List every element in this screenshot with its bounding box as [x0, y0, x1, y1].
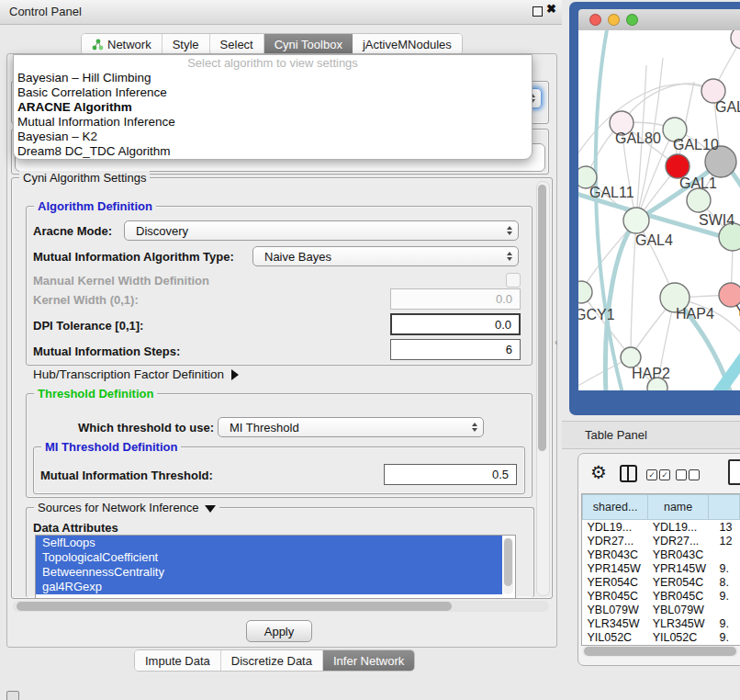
table-panel: ⚙ ✓ ✓ shared...nameYDL19...YDL19...13YDR… — [577, 453, 740, 666]
columns-icon[interactable] — [620, 465, 637, 482]
attribute-list-item[interactable]: BetweennessCentrality — [36, 565, 502, 580]
table-cell: YPR145W — [583, 561, 648, 575]
network-node-hap2[interactable] — [621, 347, 641, 367]
node-table: shared...nameYDL19...YDL19...13YDR27...Y… — [581, 493, 740, 646]
settings-vertical-scrollbar[interactable] — [536, 181, 550, 596]
expand-right-icon — [231, 369, 239, 380]
tab-network[interactable]: Network — [82, 34, 163, 54]
table-cell: YDL19... — [583, 520, 648, 535]
dpi-tolerance-field[interactable]: 0.0 — [390, 313, 521, 335]
aracne-mode-value: Discovery — [136, 224, 188, 238]
sources-title[interactable]: Sources for Network Inference — [34, 501, 219, 514]
network-window-titlebar[interactable] — [578, 9, 740, 31]
cytopanel-mini-icon[interactable] — [6, 691, 19, 700]
table-cell: 12 — [709, 534, 740, 548]
table-row[interactable]: YIL052CYIL052C9. — [583, 630, 740, 642]
list-scrollbar[interactable] — [503, 537, 513, 594]
tab-label: Infer Network — [333, 654, 404, 668]
mi-type-value: Naive Bayes — [264, 250, 331, 264]
node-label: GCY1 — [578, 307, 615, 322]
document-icon[interactable] — [728, 459, 740, 485]
unchecked-checkbox-icon[interactable] — [689, 469, 700, 480]
node-label: GAL1 — [679, 175, 717, 191]
column-header[interactable]: shared... — [583, 495, 648, 520]
table-row[interactable]: YBR045CYBR045C9. — [583, 589, 740, 603]
tab-label: Select — [220, 38, 253, 51]
table-cell — [709, 548, 740, 561]
table-cell: YIL052C — [583, 630, 648, 642]
attribute-list-item[interactable]: SelfLoops — [36, 536, 502, 550]
tab-impute-data[interactable]: Impute Data — [135, 650, 221, 671]
network-node[interactable] — [731, 30, 740, 49]
gear-icon[interactable]: ⚙ — [590, 461, 607, 483]
mi-threshold-field[interactable]: 0.5 — [384, 464, 517, 485]
manual-kernel-label: Manual Kernel Width Definition — [33, 274, 209, 288]
column-header[interactable]: name — [648, 495, 709, 520]
unchecked-checkbox-icon[interactable] — [676, 469, 687, 480]
close-traffic-light[interactable] — [589, 14, 601, 26]
data-attributes-list[interactable]: SelfLoopsTopologicalCoefficientBetweenne… — [35, 535, 516, 599]
which-threshold-label: Which threshold to use: — [78, 421, 214, 435]
zoom-traffic-light[interactable] — [626, 14, 638, 26]
close-icon[interactable]: ✖ — [546, 2, 556, 16]
attribute-list-item[interactable]: gal4RGexp — [36, 580, 502, 594]
dropdown-item[interactable]: Dream8 DC_TDC Algorithm — [14, 144, 532, 159]
table-cell: YER054C — [648, 575, 709, 589]
mi-threshold-title: MI Threshold Definition — [41, 440, 181, 454]
table-cell: YDL19... — [648, 520, 709, 535]
table-row[interactable]: YER054CYER054C8. — [583, 575, 740, 589]
aracne-mode-label: Aracne Mode: — [33, 224, 112, 238]
table-row[interactable]: YDL19...YDL19...13 — [583, 520, 740, 535]
dropdown-item[interactable]: Basic Correlation Inference — [14, 85, 532, 100]
table-row[interactable]: YBR043CYBR043C — [583, 548, 740, 561]
aracne-mode-combo[interactable]: Discovery — [124, 220, 519, 241]
node-label: GAL10 — [673, 137, 719, 152]
table-row[interactable]: YLR345WYLR345W9. — [583, 616, 740, 630]
dropdown-item[interactable]: Mutual Information Inference — [14, 115, 532, 130]
table-horizontal-scrollbar[interactable] — [582, 646, 738, 657]
table-row[interactable]: YDR27...YDR27...12 — [583, 534, 740, 548]
algorithm-definition-title: Algorithm Definition — [34, 199, 156, 213]
table-cell: 9. — [709, 630, 740, 642]
attribute-list-item[interactable]: TopologicalCoefficient — [36, 550, 502, 565]
table-row[interactable]: YPR145WYPR145W9. — [583, 561, 740, 575]
tab-label: Impute Data — [145, 654, 210, 668]
which-threshold-combo[interactable]: MI Threshold — [218, 417, 484, 437]
minimize-traffic-light[interactable] — [608, 14, 620, 26]
tab-style[interactable]: Style — [163, 34, 210, 54]
mi-steps-field[interactable]: 6 — [390, 339, 521, 360]
dropdown-item[interactable]: Bayesian – K2 — [14, 130, 532, 144]
network-graph: GALGAL80GAL10GAL1GAL11SWI4GAL4GCY1HAP4YH… — [578, 30, 740, 390]
tab-discretize-data[interactable]: Discretize Data — [221, 650, 323, 671]
table-row[interactable]: YBL079WYBL079W — [583, 603, 740, 616]
network-node-gal4[interactable] — [623, 208, 649, 233]
hub-definition-toggle[interactable]: Hub/Transcription Factor Definition — [33, 367, 239, 381]
tab-jactivemnodules[interactable]: jActiveMNodules — [353, 34, 462, 54]
network-canvas[interactable]: GALGAL80GAL10GAL1GAL11SWI4GAL4GCY1HAP4YH… — [578, 30, 740, 390]
which-threshold-value: MI Threshold — [230, 421, 299, 435]
tab-select[interactable]: Select — [210, 34, 264, 54]
node-label: GAL4 — [635, 232, 673, 248]
table-panel-bar: Table Panel — [562, 421, 740, 449]
checked-checkbox-icon[interactable]: ✓ — [646, 469, 657, 480]
network-edge[interactable] — [596, 30, 622, 390]
dropdown-item[interactable]: Bayesian – Hill Climbing — [14, 71, 532, 85]
manual-kernel-checkbox[interactable] — [506, 273, 521, 288]
tab-label: Discretize Data — [231, 654, 312, 668]
mi-type-combo[interactable]: Naive Bayes — [252, 246, 519, 266]
float-window-icon[interactable] — [533, 6, 543, 17]
control-panel-tabs: NetworkStyleSelectCyni ToolboxjActiveMNo… — [81, 33, 463, 55]
network-node-swi4[interactable] — [687, 188, 711, 212]
dropdown-item[interactable]: ARACNE Algorithm — [14, 100, 532, 115]
network-node-gcy1[interactable] — [578, 281, 592, 303]
tab-infer-network[interactable]: Infer Network — [323, 650, 414, 671]
network-edge[interactable] — [622, 84, 713, 123]
checked-checkbox-icon[interactable]: ✓ — [659, 469, 670, 480]
settings-horizontal-scrollbar[interactable] — [13, 601, 549, 612]
splitter-collapse-icon[interactable]: ‹ — [555, 336, 558, 347]
table-cell: 9. — [709, 616, 740, 630]
collapse-down-icon — [205, 505, 216, 513]
column-header[interactable] — [709, 495, 740, 520]
apply-button[interactable]: Apply — [246, 620, 312, 642]
tab-cyni-toolbox[interactable]: Cyni Toolbox — [264, 34, 353, 54]
